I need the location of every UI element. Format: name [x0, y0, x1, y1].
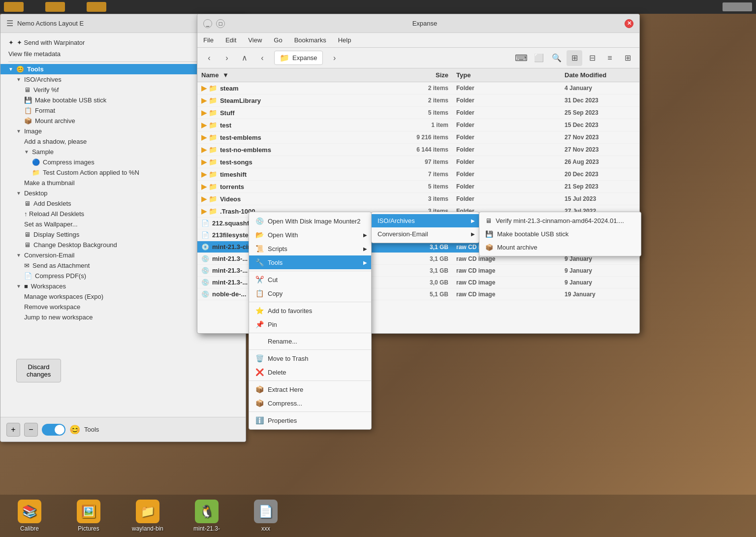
menu-view[interactable]: View — [246, 35, 264, 45]
iso-sub-verify[interactable]: 🖥 Verify mint-21.3-cinnamon-amd64-2024.0… — [479, 214, 641, 227]
expanse-menubar: File Edit View Go Bookmarks Help — [197, 33, 639, 48]
ctx-copy[interactable]: 📋 Copy — [249, 286, 371, 300]
compress-pdf-icon: 📄 — [24, 272, 32, 280]
nemo-menu-icon[interactable]: ☰ — [6, 19, 13, 28]
file-table-header: Name ▼ Size Type Date Modified — [197, 68, 639, 82]
nav-left-button[interactable]: ‹ — [254, 50, 270, 66]
scripts-arrow: ▶ — [363, 246, 367, 252]
list-view-button[interactable]: ≡ — [602, 50, 618, 66]
ctx-sep-6 — [249, 411, 371, 412]
ctx-open-with[interactable]: 📂 Open With ▶ — [249, 228, 371, 242]
tools-submenu: ISO/Archives ▶ Conversion-Email ▶ — [371, 212, 479, 243]
tools-sub-iso-archives[interactable]: ISO/Archives ▶ — [372, 214, 479, 227]
ctx-extract[interactable]: 📦 Extract Here — [249, 382, 371, 396]
close-button[interactable]: ✕ — [625, 19, 633, 28]
compress-images-icon: 🔵 — [32, 158, 40, 166]
desktop-icon-pictures[interactable]: 🖼️ Pictures — [69, 500, 108, 532]
desktop-icon-mint[interactable]: 🐧 mint-21.3- — [187, 500, 226, 532]
table-row[interactable]: ▶ 📁test-no-emblems 6 144 items Folder 27… — [197, 144, 639, 156]
menu-file[interactable]: File — [201, 35, 216, 45]
ctx-properties[interactable]: ℹ️ Properties — [249, 413, 371, 427]
taskbar-folder-2[interactable] — [45, 2, 65, 12]
xxx-icon: 📄 — [254, 500, 278, 523]
up-button[interactable]: ∧ — [237, 50, 252, 66]
desktop-icon-xxx[interactable]: 📄 xxx — [246, 500, 285, 532]
desklets-icon: 🖥 — [24, 200, 31, 207]
table-row[interactable]: ▶ 📁steam 2 items Folder 4 January — [197, 82, 639, 95]
search-button[interactable]: 🔍 — [549, 50, 565, 66]
ctx-cut[interactable]: ✂️ Cut — [249, 273, 371, 286]
ctx-rename[interactable]: Rename... — [249, 335, 371, 348]
extract-icon: 📦 — [255, 385, 264, 393]
terminal-button[interactable]: ⌨ — [513, 50, 529, 66]
mount-sm-icon: 📦 — [485, 244, 493, 251]
send-attachment-icon: ✉ — [24, 262, 30, 269]
iso-sub-mount[interactable]: 📦 Mount archive — [479, 241, 641, 254]
nav-right-button[interactable]: › — [327, 50, 343, 66]
table-row[interactable]: ▶ 📁test 1 item Folder 15 Dec 2023 — [197, 119, 639, 131]
table-row[interactable]: ▶ 📁test-songs 97 items Folder 26 Aug 202… — [197, 156, 639, 168]
ctx-open-disk-image[interactable]: 💿 Open With Disk Image Mounter2 — [249, 214, 371, 228]
taskbar-folder-3[interactable] — [87, 2, 106, 12]
desktop-icon-wayland[interactable]: 📁 wayland-bin — [128, 500, 167, 532]
expanse-title: Expanse — [229, 20, 621, 27]
iso-sub-usb[interactable]: 💾 Make bootable USB stick — [479, 227, 641, 241]
minimize-button[interactable]: _ — [203, 19, 212, 28]
ctx-pin[interactable]: 📌 Pin — [249, 317, 371, 331]
ctx-move-trash[interactable]: 🗑️ Move to Trash — [249, 351, 371, 365]
scripts-icon: 📜 — [255, 245, 264, 253]
nemo-add-button[interactable]: + — [6, 423, 20, 437]
taskbar-search[interactable] — [723, 2, 752, 11]
table-row[interactable]: ▶ 📁Stuff 5 items Folder 25 Sep 2023 — [197, 107, 639, 119]
col-header-date[interactable]: Date Modified — [561, 70, 639, 80]
change-bg-icon: 🖥 — [24, 241, 31, 249]
nemo-remove-button[interactable]: − — [24, 423, 38, 437]
desktop-icons-bar: 📚 Calibre 🖼️ Pictures 📁 wayland-bin 🐧 mi… — [0, 495, 756, 537]
location-bar[interactable]: 📁 Expanse — [274, 51, 323, 65]
context-menu: 💿 Open With Disk Image Mounter2 📂 Open W… — [249, 212, 372, 430]
menu-help[interactable]: Help — [336, 35, 353, 45]
cut-icon: ✂️ — [255, 276, 264, 284]
ctx-compress[interactable]: 📦 Compress... — [249, 396, 371, 410]
ctx-add-favorites[interactable]: ⭐ Add to favorites — [249, 304, 371, 317]
grid-view-button[interactable]: ⊟ — [584, 50, 600, 66]
icon-view-button[interactable]: ⊞ — [567, 50, 582, 66]
discard-changes-button[interactable]: Discard changes — [16, 359, 61, 382]
expanse-titlebar: _ □ Expanse ✕ — [197, 14, 639, 33]
back-button[interactable]: ‹ — [201, 50, 217, 66]
expanse-toolbar: ‹ › ∧ ‹ 📁 Expanse › ⌨ ⬜ 🔍 ⊞ ⊟ ≡ ⊞ — [197, 48, 639, 68]
tools-sub-conversion-email[interactable]: Conversion-Email ▶ — [372, 227, 479, 241]
ctx-tools[interactable]: 🔧 Tools ▶ — [249, 255, 371, 269]
nemo-tools-label: Tools — [84, 426, 99, 433]
split-button[interactable]: ⬜ — [531, 50, 547, 66]
nemo-toggle[interactable] — [42, 424, 65, 436]
menu-go[interactable]: Go — [272, 35, 284, 45]
taskbar-folder-1[interactable] — [4, 2, 24, 12]
ctx-sep-4 — [249, 349, 371, 350]
col-header-name[interactable]: Name ▼ — [197, 70, 403, 80]
table-row[interactable]: ▶ 📁Videos 3 items Folder 15 Jul 2023 — [197, 193, 639, 205]
menu-edit[interactable]: Edit — [223, 35, 238, 45]
tools-arrow: ▼ — [8, 66, 13, 72]
iso-submenu: 🖥 Verify mint-21.3-cinnamon-amd64-2024.0… — [479, 212, 641, 256]
favorites-icon: ⭐ — [255, 307, 264, 315]
ctx-scripts[interactable]: 📜 Scripts ▶ — [249, 242, 371, 255]
desktop-icon-calibre[interactable]: 📚 Calibre — [10, 500, 49, 532]
tools-icon: 😊 — [16, 65, 24, 73]
table-row[interactable]: ▶ 📁timeshift 7 items Folder 20 Dec 2023 — [197, 168, 639, 181]
table-row[interactable]: ▶ 📁SteamLibrary 2 items Folder 31 Dec 20… — [197, 95, 639, 107]
forward-button[interactable]: › — [219, 50, 235, 66]
maximize-button[interactable]: □ — [216, 19, 225, 28]
disk-image-icon: 💿 — [255, 217, 264, 225]
table-row[interactable]: ▶ 📁torrents 5 items Folder 21 Sep 2023 — [197, 181, 639, 193]
menu-bookmarks[interactable]: Bookmarks — [292, 35, 328, 45]
col-header-type[interactable]: Type — [452, 70, 561, 80]
delete-icon: ❌ — [255, 368, 264, 376]
mount-icon: 📦 — [24, 117, 32, 125]
verify-sm-icon: 🖥 — [485, 217, 492, 224]
ctx-delete[interactable]: ❌ Delete — [249, 365, 371, 379]
taskbar-top — [0, 0, 756, 14]
table-row[interactable]: ▶ 📁test-emblems 9 216 items Folder 27 No… — [197, 131, 639, 144]
extra-view-button[interactable]: ⊞ — [620, 50, 635, 66]
col-header-size[interactable]: Size — [403, 70, 452, 80]
